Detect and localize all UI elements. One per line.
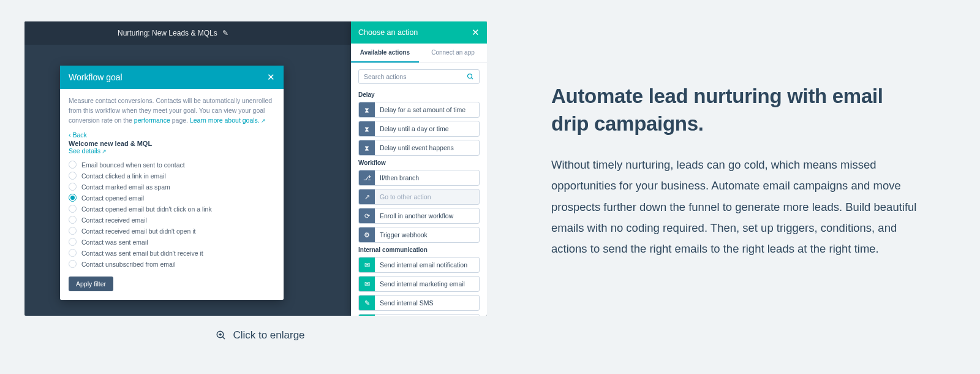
choose-action-panel: Choose an action ✕ Available actionsConn… <box>351 21 487 316</box>
action-item-icon: ⧗ <box>359 140 375 155</box>
goal-option[interactable]: Contact opened email <box>69 194 275 202</box>
action-item[interactable]: ⧗Delay for a set amount of time <box>358 102 480 118</box>
panel-title: Choose an action <box>358 28 418 37</box>
goal-option-label: Contact opened email but didn't click on… <box>81 205 212 213</box>
action-item-label: Trigger webhook <box>375 231 428 239</box>
action-item-icon: ⧗ <box>359 121 375 136</box>
radio-icon <box>69 227 77 235</box>
close-icon[interactable]: ✕ <box>472 27 480 38</box>
goal-radio-list: Email bounced when sent to contactContac… <box>69 161 275 268</box>
radio-icon <box>69 238 77 246</box>
modal-header: Workflow goal ✕ <box>60 66 284 89</box>
goal-option-label: Contact unsubscribed from email <box>81 261 176 268</box>
action-item-label: Send internal SMS <box>375 299 434 307</box>
hero-text-column: Automate lead nurturing with email drip … <box>496 21 956 259</box>
caption-text: Click to enlarge <box>233 329 304 342</box>
action-item-icon: ⚙ <box>359 227 375 242</box>
search-placeholder: Search actions <box>364 73 406 80</box>
hero-title: Automate lead nurturing with email drip … <box>551 83 925 137</box>
learn-goals-link[interactable]: Learn more about goals. <box>190 116 266 124</box>
action-item[interactable]: ✎Send internal SMS <box>358 295 480 311</box>
action-item[interactable]: ⎇If/then branch <box>358 170 480 186</box>
action-item-icon: 🔔 <box>359 315 375 316</box>
svg-line-3 <box>223 337 225 339</box>
action-item-icon: ↗ <box>359 189 375 204</box>
action-item-label: Delay until event happens <box>375 144 454 151</box>
radio-icon <box>69 161 77 169</box>
action-item-label: Delay until a day or time <box>375 125 449 132</box>
goal-option-label: Email bounced when sent to contact <box>81 161 185 169</box>
action-item-label: Send internal email notification <box>375 261 467 269</box>
goal-option[interactable]: Contact received email but didn't open i… <box>69 227 275 235</box>
goal-option-label: Contact clicked a link in email <box>81 172 166 180</box>
goal-option[interactable]: Contact unsubscribed from email <box>69 260 275 268</box>
action-item-icon: ⧗ <box>359 102 375 117</box>
action-item[interactable]: ✉Send internal email notification <box>358 257 480 273</box>
action-item: ↗Go to other action <box>358 189 480 205</box>
panel-header: Choose an action ✕ <box>351 21 487 44</box>
radio-icon <box>69 205 77 213</box>
action-item[interactable]: 🔔Send in-app notification <box>358 314 480 316</box>
radio-icon <box>69 183 77 191</box>
modal-description: Measure contact conversions. Contacts wi… <box>69 96 275 125</box>
tab-available-actions[interactable]: Available actions <box>351 44 419 63</box>
goal-option-label: Contact opened email <box>81 194 144 202</box>
app-screenshot[interactable]: Nurturing: New Leads & MQLs ✎ ⧗ Delay fo… <box>24 21 487 316</box>
goal-option-label: Contact received email but didn't open i… <box>81 227 195 235</box>
action-item-label: If/then branch <box>375 174 419 181</box>
action-item-icon: ✎ <box>359 296 375 310</box>
goal-option[interactable]: Contact opened email but didn't click on… <box>69 205 275 213</box>
action-item-icon: ⟳ <box>359 208 375 223</box>
action-item[interactable]: ⧗Delay until a day or time <box>358 121 480 137</box>
goal-name: Welcome new lead & MQL <box>69 140 275 147</box>
goal-option-label: Contact was sent email but didn't receiv… <box>81 250 203 257</box>
action-item-label: Send internal marketing email <box>375 280 465 288</box>
action-item[interactable]: ⟳Enroll in another workflow <box>358 208 480 224</box>
action-item[interactable]: ⧗Delay until event happens <box>358 140 480 156</box>
goal-option-label: Contact received email <box>81 216 147 224</box>
tab-connect-app[interactable]: Connect an app <box>419 44 487 63</box>
radio-icon <box>69 216 77 224</box>
action-item-icon: ✉ <box>359 258 375 272</box>
back-link[interactable]: ‹ Back <box>69 131 275 139</box>
svg-line-1 <box>472 78 473 80</box>
goal-option-label: Contact was sent email <box>81 239 148 246</box>
search-icon <box>467 73 474 80</box>
apply-filter-button[interactable]: Apply filter <box>69 277 113 291</box>
action-sections: Delay⧗Delay for a set amount of time⧗Del… <box>351 88 487 316</box>
performance-link[interactable]: performance <box>134 116 170 124</box>
workflow-goal-modal: Workflow goal ✕ Measure contact conversi… <box>60 66 284 300</box>
goal-option[interactable]: Contact received email <box>69 216 275 224</box>
action-item-label: Go to other action <box>375 193 431 200</box>
modal-title: Workflow goal <box>69 72 123 82</box>
radio-icon <box>69 194 77 202</box>
goal-option[interactable]: Contact was sent email <box>69 238 275 246</box>
section-label: Workflow <box>358 159 480 166</box>
panel-tabs: Available actionsConnect an app <box>351 44 487 63</box>
click-to-enlarge[interactable]: Click to enlarge <box>24 329 496 342</box>
action-item-label: Delay for a set amount of time <box>375 106 466 113</box>
svg-point-0 <box>468 74 472 78</box>
action-item-icon: ✉ <box>359 277 375 291</box>
section-label: Internal communication <box>358 246 480 253</box>
radio-icon <box>69 260 77 268</box>
goal-option[interactable]: Contact clicked a link in email <box>69 172 275 180</box>
section-label: Delay <box>358 91 480 98</box>
action-item-label: Enroll in another workflow <box>375 212 453 219</box>
magnify-icon <box>216 330 227 341</box>
close-icon[interactable]: ✕ <box>267 72 275 83</box>
goal-option[interactable]: Email bounced when sent to contact <box>69 161 275 169</box>
radio-icon <box>69 172 77 180</box>
goal-option-label: Contact marked email as spam <box>81 183 170 191</box>
action-item[interactable]: ✉Send internal marketing email <box>358 276 480 292</box>
action-item-icon: ⎇ <box>359 170 375 185</box>
radio-icon <box>69 249 77 257</box>
pencil-icon[interactable]: ✎ <box>222 29 228 37</box>
goal-option[interactable]: Contact was sent email but didn't receiv… <box>69 249 275 257</box>
see-details-link[interactable]: See details <box>69 147 107 155</box>
hero-paragraph: Without timely nurturing, leads can go c… <box>551 155 925 259</box>
search-input[interactable]: Search actions <box>358 69 480 84</box>
goal-option[interactable]: Contact marked email as spam <box>69 183 275 191</box>
action-item[interactable]: ⚙Trigger webhook <box>358 227 480 243</box>
workflow-title: Nurturing: New Leads & MQLs <box>118 29 217 37</box>
